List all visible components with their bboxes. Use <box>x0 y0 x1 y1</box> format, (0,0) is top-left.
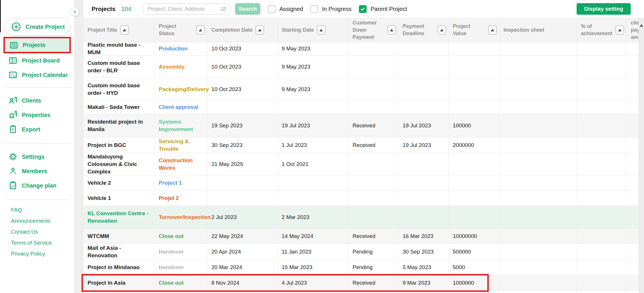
sidebar-item-properties[interactable]: Properties <box>0 108 74 122</box>
footer-link-announcements[interactable]: Announcements <box>0 216 74 226</box>
table-row[interactable]: Custom mould base order - BLRAssembly10 … <box>84 56 639 78</box>
cell-customer-down-payment <box>348 56 399 78</box>
table-row[interactable]: Project in MindanaoHandover20 Mar 202415… <box>84 260 639 275</box>
sidebar-item-label: Clients <box>22 97 41 104</box>
table-row[interactable]: Vehicle 1Projet 2 <box>84 190 639 206</box>
table-row[interactable]: Mandaluyong Colosseum & Civic ComplexCon… <box>84 153 639 175</box>
column-header-label: Completion Date <box>211 27 253 34</box>
cell-value: 30 Sep 2023 <box>211 141 243 149</box>
footer-link-privacy-policy[interactable]: Privacy Policy <box>0 248 74 259</box>
footer-link-faq[interactable]: FAQ <box>0 205 74 216</box>
cell-starting-date: 14 May 2024 <box>278 229 348 244</box>
table-row[interactable]: Makati - Seda TowerClient approval <box>84 101 639 114</box>
search-button[interactable]: Search <box>235 3 260 15</box>
checkbox-checked[interactable] <box>359 5 367 13</box>
sort-button[interactable] <box>317 25 325 35</box>
table-row[interactable]: KL Convention Centre - RenovationTurnove… <box>84 206 639 229</box>
sidebar-item-settings[interactable]: Settings <box>0 150 74 164</box>
cell-project-value <box>449 190 499 206</box>
filter-checkbox-assigned[interactable]: Assigned <box>268 5 303 13</box>
project-title: Plastic mould base - MUM <box>88 41 151 56</box>
cell-value: 19 Jul 2023 <box>403 141 431 149</box>
cell-client-payment-amount <box>627 101 639 114</box>
project-status: Client approval <box>159 103 198 111</box>
filter-checkbox-parent-project[interactable]: Parent Project <box>359 5 407 13</box>
table-row[interactable]: Residential project in ManilaSystems Imp… <box>84 114 639 137</box>
sort-asc-icon <box>618 29 622 31</box>
cell-pct-achievement <box>577 153 627 175</box>
sort-button[interactable] <box>615 25 624 35</box>
sort-asc-icon <box>258 29 262 31</box>
scroll-up-arrow-icon[interactable] <box>640 24 643 27</box>
cell-value: Received <box>353 141 375 149</box>
filter-sliders-icon[interactable] <box>219 5 228 13</box>
cell-value: Received <box>353 232 375 240</box>
cell-inspection-sheet <box>499 190 577 206</box>
table-row[interactable]: Plastic mould base - MUMProduction10 Oct… <box>84 42 639 56</box>
sort-asc-icon <box>390 29 393 31</box>
cell-status: Packaging/Delivery <box>155 78 207 100</box>
column-header-label: % of achievement <box>581 23 613 37</box>
cell-pct-achievement <box>577 42 627 55</box>
sidebar-collapse-button[interactable] <box>71 8 79 16</box>
search-input[interactable] <box>147 5 219 12</box>
cell-status: Servicing & Trouble <box>155 137 207 153</box>
cell-empty <box>278 291 348 293</box>
cell-value: 20 Apr 2024 <box>211 248 241 256</box>
table-row[interactable]: Custom mould base order - HYDPackaging/D… <box>84 78 639 101</box>
cell-customer-down-payment: Pending <box>348 260 399 275</box>
sidebar-item-clients[interactable]: Clients <box>0 93 74 108</box>
table-row[interactable]: Mall of Asia - RenovationHandover20 Apr … <box>84 244 639 260</box>
display-setting-button[interactable]: Display setting <box>577 3 631 15</box>
cell-title: Residential project in Manila <box>84 114 155 137</box>
cell-value: 11 Jan 2023 <box>282 248 311 256</box>
footer-link-contact-us[interactable]: Contact Us <box>0 226 74 237</box>
project-status: Close out <box>159 279 184 287</box>
cell-client-payment-amount <box>627 260 639 275</box>
cell-title: KL Convention Centre - Renovation <box>84 206 155 228</box>
cell-value: 500000 <box>453 248 471 256</box>
sidebar-item-label: Change plan <box>22 182 56 189</box>
cell-starting-date: 4 Jul 2023 <box>278 275 348 290</box>
sidebar-item-project-board[interactable]: Project Board <box>0 53 74 68</box>
sort-button[interactable] <box>387 25 396 35</box>
sort-button[interactable] <box>196 25 205 35</box>
footer-link-terms-of-service[interactable]: Terms of Service <box>0 237 74 248</box>
cell-inspection-sheet <box>499 56 577 78</box>
cell-value: 19 Sep 2023 <box>211 122 243 129</box>
cell-completion-date: 22 May 2024 <box>207 229 278 244</box>
sidebar-nav-main: ProjectsProject BoardProject Calendar <box>0 37 74 82</box>
sort-button[interactable] <box>120 25 129 35</box>
table-row[interactable]: Vehicle 2Project 1 <box>84 175 639 190</box>
cell-client-payment-amount <box>627 206 639 228</box>
checkbox-unchecked[interactable] <box>268 5 276 13</box>
topbar: Projects 104 Search AssignedIn ProgressP… <box>84 0 644 18</box>
export-icon <box>8 124 18 134</box>
sidebar-item-export[interactable]: Export <box>0 122 74 137</box>
cell-completion-date <box>207 190 278 206</box>
sidebar-item-change-plan[interactable]: Change plan <box>0 178 74 193</box>
table-row[interactable]: WTCMMClose out22 May 202414 May 2024Rece… <box>84 229 639 244</box>
sort-button[interactable] <box>488 25 497 35</box>
sidebar-item-project-calendar[interactable]: Project Calendar <box>0 68 74 82</box>
sidebar-item-projects[interactable]: Projects <box>5 38 69 52</box>
cell-value: 9 May 2023 <box>282 63 310 71</box>
sort-button[interactable] <box>437 25 446 35</box>
cell-value: 1 Oct 2021 <box>282 160 308 168</box>
checkbox-unchecked[interactable] <box>310 5 318 13</box>
filter-checkbox-in-progress[interactable]: In Progress <box>310 5 351 13</box>
cell-value: 10 Oct 2023 <box>211 86 241 93</box>
table-row[interactable]: Project in AsiaClose out8 Nov 20244 Jul … <box>84 275 639 291</box>
board-icon <box>8 56 18 65</box>
cell-value: 1 Jul 2023 <box>282 141 307 149</box>
create-project-button[interactable]: Create Project <box>5 18 70 35</box>
sort-button[interactable] <box>255 25 264 35</box>
sidebar-item-members[interactable]: Members <box>0 164 74 178</box>
vertical-scrollbar[interactable] <box>639 18 644 293</box>
project-title: Makati - Seda Tower <box>88 103 140 111</box>
cell-empty <box>627 291 639 293</box>
column-header-label: Project Title <box>88 27 117 34</box>
cell-customer-down-payment: Received <box>348 137 399 153</box>
table-row[interactable]: Project in BGCServicing & Trouble30 Sep … <box>84 137 639 153</box>
project-title: Project in Asia <box>88 279 125 287</box>
